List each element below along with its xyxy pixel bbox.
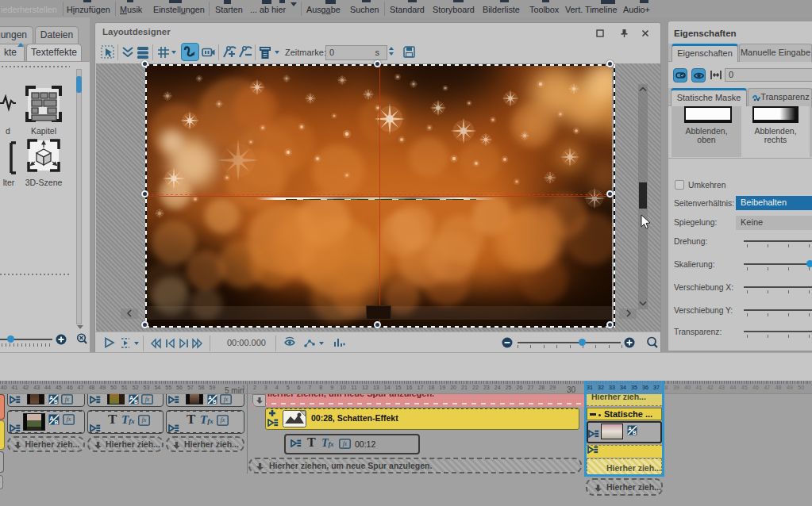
svg-text:fx: fx: [224, 396, 229, 403]
svg-text:A: A: [129, 395, 133, 401]
svg-text:A: A: [49, 395, 53, 401]
svg-text:fx: fx: [343, 440, 348, 447]
svg-text:B: B: [134, 399, 138, 404]
svg-text:fx: fx: [142, 416, 147, 424]
svg-text:A: A: [208, 395, 212, 401]
svg-text:A: A: [49, 416, 53, 421]
svg-text:B: B: [54, 399, 58, 404]
svg-text:fx: fx: [64, 396, 69, 403]
svg-text:fx: fx: [221, 416, 225, 424]
svg-text:B: B: [54, 420, 58, 425]
svg-text:fx: fx: [66, 416, 71, 423]
svg-text:B: B: [213, 399, 217, 404]
svg-text:A: A: [628, 426, 632, 431]
svg-text:fx: fx: [145, 396, 150, 403]
svg-text:B: B: [633, 430, 637, 435]
